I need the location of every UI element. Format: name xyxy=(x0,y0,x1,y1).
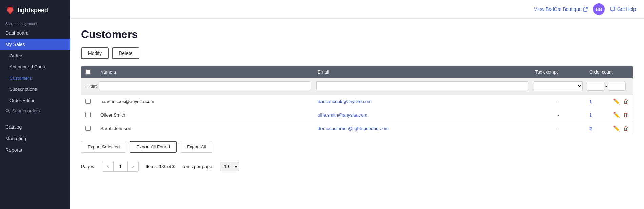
filter-order-min[interactable] xyxy=(587,82,604,91)
orders-label: Orders xyxy=(9,53,23,58)
view-store-label: View BadCat Boutique xyxy=(534,6,582,12)
row3-name: Sarah Johnson xyxy=(96,123,314,134)
row1-name: nancancook@anysite.com xyxy=(96,96,314,107)
export-all-found-button[interactable]: Export All Found xyxy=(130,141,177,153)
row2-delete-icon[interactable]: 🗑 xyxy=(623,112,629,118)
row3-delete-icon[interactable]: 🗑 xyxy=(623,126,629,132)
row2-email-link[interactable]: ollie.smith@anysite.com xyxy=(318,112,367,118)
view-store-link[interactable]: View BadCat Boutique xyxy=(534,6,588,12)
range-separator: - xyxy=(605,84,607,89)
row1-tax-exempt: - xyxy=(531,96,585,107)
filter-tax-cell xyxy=(531,78,585,95)
row1-email-link[interactable]: nancancook@anysite.com xyxy=(318,99,372,104)
user-avatar[interactable]: BB xyxy=(593,3,605,15)
row1-edit-icon[interactable]: ✏️ xyxy=(613,98,620,105)
row2-edit-icon[interactable]: ✏️ xyxy=(613,112,620,118)
svg-line-3 xyxy=(8,112,10,113)
row2-tax-exempt: - xyxy=(531,109,585,121)
row3-checkbox[interactable] xyxy=(85,126,91,131)
sidebar-item-abandoned-carts[interactable]: Abandoned Carts xyxy=(0,61,70,72)
table-header: Name ▲ Email Tax exempt Order count xyxy=(81,66,633,78)
row2-checkbox-cell xyxy=(81,109,96,122)
th-email: Email xyxy=(314,66,531,78)
catalog-label: Catalog xyxy=(5,124,22,130)
filter-name-cell xyxy=(96,78,314,95)
th-name-label: Name xyxy=(100,69,112,75)
row2-email: ollie.smith@anysite.com xyxy=(314,109,531,121)
row2-actions: 1 ✏️ 🗑 xyxy=(585,108,633,122)
per-page-label: Items per page: xyxy=(181,164,213,169)
select-all-checkbox[interactable] xyxy=(85,69,91,75)
sidebar-item-subscriptions[interactable]: Subscriptions xyxy=(0,84,70,95)
filter-name-input[interactable] xyxy=(99,81,311,90)
sidebar-item-reports[interactable]: Reports xyxy=(0,144,70,156)
filter-text: Filter: xyxy=(85,84,97,89)
sidebar-item-catalog[interactable]: Catalog xyxy=(0,121,70,133)
filter-order-count-cell: - xyxy=(585,78,633,95)
get-help-link[interactable]: Get Help xyxy=(610,6,636,12)
items-of: of xyxy=(166,164,172,169)
row1-order-count: 1 xyxy=(589,99,592,104)
row1-delete-icon[interactable]: 🗑 xyxy=(623,99,629,105)
row3-email: democustomer@lightspeedhq.com xyxy=(314,123,531,134)
row3-tax-exempt: - xyxy=(531,123,585,134)
order-editor-label: Order Editor xyxy=(9,98,35,103)
avatar-initials: BB xyxy=(596,7,602,12)
row1-actions: 1 ✏️ 🗑 xyxy=(585,95,633,108)
customers-label: Customers xyxy=(9,76,32,81)
store-management-label: Store management xyxy=(0,18,70,27)
th-order-count: Order count xyxy=(585,66,633,78)
search-icon xyxy=(5,109,10,113)
filter-tax-select[interactable] xyxy=(534,81,583,91)
subscriptions-label: Subscriptions xyxy=(9,87,37,92)
row2-checkbox[interactable] xyxy=(85,112,91,117)
next-page-button[interactable]: › xyxy=(127,161,139,172)
search-orders-area[interactable]: Search orders xyxy=(0,106,70,116)
filter-order-max[interactable] xyxy=(608,82,626,91)
filter-label: Filter: xyxy=(81,78,96,95)
sidebar-item-marketing[interactable]: Marketing xyxy=(0,133,70,144)
row2-order-count: 1 xyxy=(589,112,592,118)
pagination-area: Pages: ‹ › Items: 1-3 of 3 Items per pag… xyxy=(81,160,633,172)
page-controls: ‹ › xyxy=(102,161,139,172)
sidebar: lightspeed Store management Dashboard My… xyxy=(0,0,70,209)
reports-label: Reports xyxy=(5,147,22,153)
action-buttons: Modify Delete xyxy=(81,47,633,59)
svg-point-2 xyxy=(6,109,9,112)
modify-button[interactable]: Modify xyxy=(81,47,109,59)
per-page-select[interactable]: 10 25 50 100 xyxy=(220,162,239,171)
row3-edit-icon[interactable]: ✏️ xyxy=(613,125,620,132)
customers-table: Name ▲ Email Tax exempt Order count Filt… xyxy=(81,66,633,135)
dashboard-label: Dashboard xyxy=(5,30,29,36)
delete-button[interactable]: Delete xyxy=(112,47,139,59)
export-selected-button[interactable]: Export Selected xyxy=(81,141,126,153)
filter-email-input[interactable] xyxy=(316,81,528,90)
row1-email: nancancook@anysite.com xyxy=(314,96,531,107)
row3-email-link[interactable]: democustomer@lightspeedhq.com xyxy=(318,126,389,131)
sidebar-item-my-sales[interactable]: My Sales xyxy=(0,39,70,50)
prev-page-button[interactable]: ‹ xyxy=(102,161,114,172)
external-link-icon xyxy=(583,7,588,12)
row1-checkbox[interactable] xyxy=(85,99,91,104)
th-name[interactable]: Name ▲ xyxy=(96,66,314,78)
sidebar-item-orders[interactable]: Orders xyxy=(0,50,70,61)
table-row: Oliver Smith ollie.smith@anysite.com - 1… xyxy=(81,108,633,122)
items-range: 1-3 xyxy=(159,164,166,169)
items-info: Items: 1-3 of 3 xyxy=(145,164,175,169)
filter-row: Filter: - xyxy=(81,78,633,95)
search-orders-label: Search orders xyxy=(12,108,40,113)
sidebar-item-order-editor[interactable]: Order Editor xyxy=(0,95,70,106)
sidebar-item-dashboard[interactable]: Dashboard xyxy=(0,27,70,39)
abandoned-carts-label: Abandoned Carts xyxy=(9,64,45,69)
row1-checkbox-cell xyxy=(81,95,96,108)
th-email-label: Email xyxy=(318,69,329,75)
filter-email-cell xyxy=(314,78,531,95)
sidebar-item-customers[interactable]: Customers xyxy=(0,72,70,84)
export-all-button[interactable]: Export All xyxy=(180,141,212,153)
th-checkbox[interactable] xyxy=(81,66,96,78)
marketing-label: Marketing xyxy=(5,136,26,141)
logo-area: lightspeed xyxy=(0,0,70,18)
row2-name: Oliver Smith xyxy=(96,109,314,121)
name-sort-icon: ▲ xyxy=(114,70,117,74)
page-number-input[interactable] xyxy=(114,161,127,172)
